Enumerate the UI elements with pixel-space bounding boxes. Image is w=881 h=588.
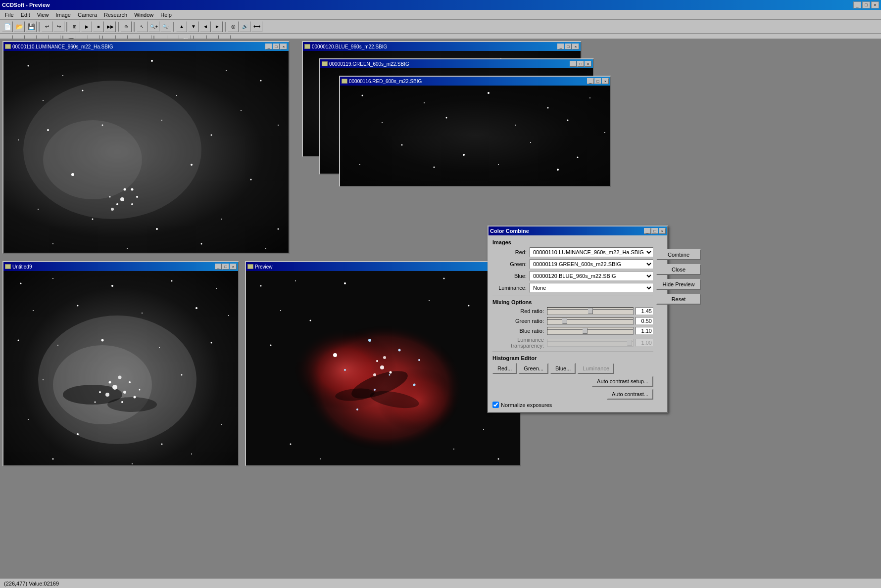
menu-camera[interactable]: Camera xyxy=(75,11,100,19)
svg-point-157 xyxy=(290,444,292,445)
blue-maximize[interactable]: □ xyxy=(565,44,572,49)
divider-1 xyxy=(492,296,653,296)
menu-help[interactable]: Help xyxy=(157,11,175,19)
menu-file[interactable]: File xyxy=(2,11,17,19)
svg-point-11 xyxy=(18,139,19,140)
luminance-maximize[interactable]: □ xyxy=(273,44,280,49)
tb-btn-1[interactable]: ⊞ xyxy=(69,21,80,32)
open-button[interactable]: 📂 xyxy=(14,21,25,32)
menu-window[interactable]: Window xyxy=(131,11,156,19)
blue-select[interactable]: 00000120.BLUE_960s_m22.SBIG xyxy=(530,271,653,281)
zoom-out[interactable]: 🔍- xyxy=(160,21,171,32)
preview-stars-svg xyxy=(246,271,520,465)
hide-preview-button[interactable]: Hide Preview xyxy=(656,279,701,290)
untitled-titlebar[interactable]: Untitled9 _ □ × xyxy=(3,262,238,271)
separator-5 xyxy=(173,22,174,32)
untitled-stars-svg xyxy=(3,271,238,465)
maximize-button[interactable]: □ xyxy=(862,1,870,8)
red-ratio-row: Red ratio: 1.45 xyxy=(492,307,653,315)
green-select[interactable]: 00000119.GREEN_600s_m22.SBIG xyxy=(530,259,653,269)
blue-titlebar[interactable]: 00000120.BLUE_960s_m22.SBIG _ □ × xyxy=(303,42,581,51)
svg-point-159 xyxy=(498,458,499,460)
red-image xyxy=(340,86,610,186)
green-ratio-track[interactable] xyxy=(547,317,634,325)
red-hist-button[interactable]: Red... xyxy=(492,363,517,374)
normalize-checkbox[interactable] xyxy=(492,402,499,408)
dialog-maximize[interactable]: □ xyxy=(651,228,658,234)
filter-btn[interactable]: ⟷ xyxy=(251,21,262,32)
green-titlebar[interactable]: 00000119.GREEN_600s_m22.SBIG _ □ × xyxy=(320,59,593,68)
red-maximize[interactable]: □ xyxy=(594,78,601,84)
menu-view[interactable]: View xyxy=(34,11,52,19)
blue-minimize[interactable]: _ xyxy=(557,44,564,49)
red-ratio-track[interactable] xyxy=(547,307,634,315)
preview-titlebar[interactable]: Preview _ □ × xyxy=(246,262,520,271)
red-titlebar[interactable]: 00000116.RED_600s_m22.SBIG _ □ × xyxy=(340,77,610,86)
untitled-minimize[interactable]: _ xyxy=(215,264,222,270)
new-button[interactable]: 📄 xyxy=(2,21,13,32)
auto-contrast-setup-button[interactable]: Auto contrast setup... xyxy=(592,376,653,387)
menu-image[interactable]: Image xyxy=(52,11,74,19)
save-button[interactable]: 💾 xyxy=(26,21,37,32)
luminance-close[interactable]: × xyxy=(280,44,287,49)
untitled-window-title: Untitled9 xyxy=(12,264,32,270)
svg-point-31 xyxy=(111,208,114,211)
red-ratio-thumb[interactable] xyxy=(588,308,593,314)
luminance-hist-button[interactable]: Luminance xyxy=(578,363,614,374)
dialog-minimize[interactable]: _ xyxy=(644,228,651,234)
undo-button[interactable]: ↩ xyxy=(42,21,52,32)
luminance-titlebar[interactable]: 00000110.LUMINANCE_960s_m22_Ha.SBIG _ □ … xyxy=(3,42,289,51)
luminance-minimize[interactable]: _ xyxy=(265,44,272,49)
tb-btn-2[interactable]: ▶ xyxy=(81,21,92,32)
reset-button[interactable]: Reset xyxy=(656,294,701,305)
dialog-close[interactable]: × xyxy=(659,228,666,234)
svg-point-110 xyxy=(211,342,212,344)
redo-button[interactable]: ↪ xyxy=(53,21,64,32)
svg-point-144 xyxy=(374,389,376,391)
audio-btn[interactable]: 🔊 xyxy=(240,21,250,32)
toolbar-1: 📄 📂 💾 ↩ ↪ ⊞ ▶ ■ ▶▶ ⊕ ↖ 🔍+ 🔍- ▲ ▼ ◄ ► ◎ 🔊… xyxy=(0,20,881,34)
svg-point-6 xyxy=(260,80,262,82)
blue-ratio-track[interactable] xyxy=(547,327,634,335)
luminance-select[interactable]: None xyxy=(530,283,653,293)
green-ratio-thumb[interactable] xyxy=(562,318,567,324)
svg-point-111 xyxy=(112,385,117,390)
dialog-close-button[interactable]: Close xyxy=(656,264,701,275)
minimize-button[interactable]: _ xyxy=(853,1,861,8)
move-down[interactable]: ▼ xyxy=(188,21,199,32)
color-combine-titlebar[interactable]: Color Combine _ □ × xyxy=(489,226,667,235)
color-combine-title: Color Combine xyxy=(490,228,529,234)
blue-hist-button[interactable]: Blue... xyxy=(550,363,576,374)
green-minimize[interactable]: _ xyxy=(570,61,577,67)
green-close[interactable]: × xyxy=(585,61,591,67)
untitled-maximize[interactable]: □ xyxy=(222,264,229,270)
tb-btn-4[interactable]: ▶▶ xyxy=(105,21,116,32)
zoom-cursor[interactable]: ↖ xyxy=(137,21,147,32)
move-up[interactable]: ▲ xyxy=(176,21,187,32)
svg-point-130 xyxy=(132,463,133,464)
red-minimize[interactable]: _ xyxy=(587,78,594,84)
combine-button[interactable]: Combine xyxy=(656,249,701,260)
capture-btn[interactable]: ◎ xyxy=(228,21,239,32)
menu-edit[interactable]: Edit xyxy=(18,11,33,19)
move-left[interactable]: ◄ xyxy=(200,21,211,32)
target-btn[interactable]: ⊕ xyxy=(121,21,132,32)
blue-ratio-thumb[interactable] xyxy=(583,328,587,334)
svg-point-87 xyxy=(577,157,579,158)
green-maximize[interactable]: □ xyxy=(577,61,584,67)
red-starfield xyxy=(340,86,610,186)
blue-close[interactable]: × xyxy=(572,44,579,49)
red-close[interactable]: × xyxy=(602,78,609,84)
move-right[interactable]: ► xyxy=(212,21,223,32)
untitled-close[interactable]: × xyxy=(230,264,237,270)
svg-point-116 xyxy=(129,381,131,383)
svg-point-25 xyxy=(278,228,279,230)
close-button[interactable]: × xyxy=(871,1,879,8)
menu-research[interactable]: Research xyxy=(101,11,130,19)
green-hist-button[interactable]: Green... xyxy=(519,363,548,374)
tb-btn-3[interactable]: ■ xyxy=(93,21,104,32)
zoom-in[interactable]: 🔍+ xyxy=(148,21,159,32)
red-select[interactable]: 00000110.LUMINANCE_960s_m22_Ha.SBIG xyxy=(530,247,653,257)
svg-point-9 xyxy=(176,95,177,96)
auto-contrast-button[interactable]: Auto contrast... xyxy=(607,389,653,400)
